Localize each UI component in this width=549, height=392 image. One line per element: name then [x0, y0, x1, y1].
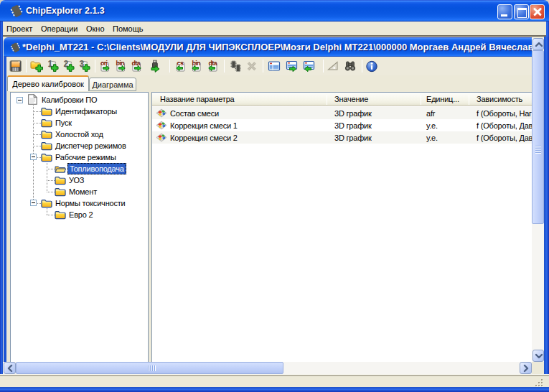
- svg-text:bin: bin: [116, 60, 124, 67]
- svg-text:dta: dta: [209, 60, 218, 67]
- svg-text:cs: cs: [177, 60, 184, 67]
- svg-text:dta: dta: [132, 60, 141, 67]
- svg-text:bin: bin: [192, 60, 200, 67]
